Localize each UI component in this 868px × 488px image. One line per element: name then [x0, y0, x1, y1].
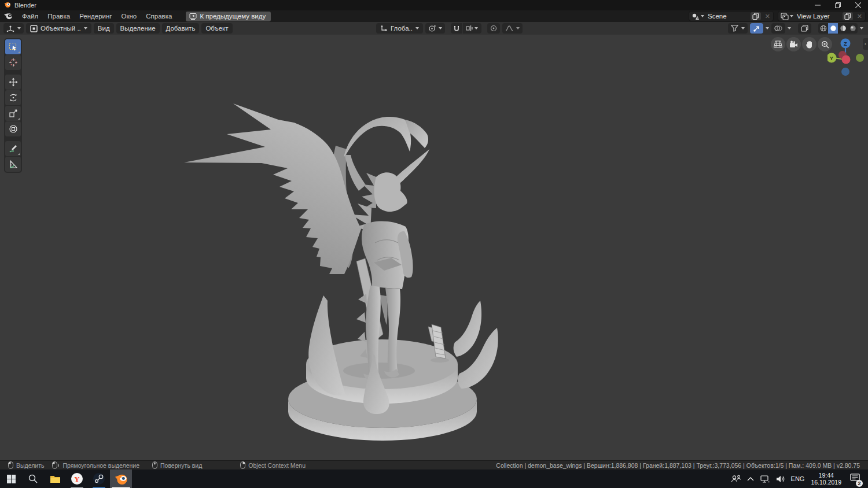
measure-tool[interactable]	[5, 157, 21, 172]
blender-window: Blender Файл Правка Рендеринг Окно Справ…	[0, 0, 868, 488]
action-center-button[interactable]: 2	[850, 474, 860, 485]
wing-arm[interactable]	[345, 155, 366, 191]
yandex-browser-icon: Y	[71, 472, 83, 485]
right-wing[interactable]	[344, 117, 411, 157]
snap-toggle[interactable]	[451, 23, 462, 34]
close-button[interactable]	[848, 0, 868, 10]
view-layer-selector[interactable]: View Layer ✕	[778, 11, 866, 21]
shading-wireframe-button[interactable]	[818, 23, 828, 34]
menu-add[interactable]: Добавить	[162, 23, 200, 34]
scene-icon	[692, 13, 700, 20]
show-gizmo-toggle[interactable]	[750, 23, 763, 34]
axis-navigation-gizmo[interactable]: Z Y	[827, 36, 865, 76]
scale-tool[interactable]	[5, 106, 21, 121]
menu-window[interactable]: Окно	[117, 12, 142, 21]
restore-button[interactable]	[827, 0, 848, 10]
steam-button[interactable]	[88, 469, 110, 488]
move-tool[interactable]	[5, 75, 21, 90]
shading-rendered-button[interactable]	[848, 23, 858, 34]
menu-view[interactable]: Вид	[94, 23, 114, 34]
overlays-icon	[774, 25, 782, 32]
shading-dropdown-chevron[interactable]	[860, 27, 863, 29]
file-explorer-button[interactable]	[44, 469, 66, 488]
pivot-point-dropdown[interactable]	[425, 23, 445, 34]
close-icon	[855, 2, 861, 8]
network-icon[interactable]	[760, 475, 770, 483]
mouse-left-drag-icon	[52, 461, 60, 469]
scene-name[interactable]: Scene	[705, 13, 751, 20]
tray-expand-chevron-icon[interactable]	[747, 477, 754, 481]
cursor-tool[interactable]	[5, 55, 21, 70]
xray-toggle[interactable]	[798, 23, 811, 34]
taskbar-search-button[interactable]	[22, 469, 44, 488]
title-bar: Blender	[0, 0, 868, 10]
shading-solid-button[interactable]	[828, 23, 838, 34]
object-visibility-filter-dropdown[interactable]	[728, 23, 748, 34]
material-shading-icon	[840, 25, 847, 32]
back-button-label: К предыдущему виду	[200, 13, 266, 20]
menu-render[interactable]: Рендеринг	[75, 12, 116, 21]
language-indicator[interactable]: ENG	[791, 475, 805, 482]
chevron-down-icon	[516, 27, 520, 29]
camera-view-button[interactable]	[786, 37, 801, 51]
mouse-right-click-icon	[240, 461, 245, 469]
rotate-icon	[9, 93, 18, 102]
volume-icon[interactable]	[776, 475, 785, 483]
menu-select[interactable]: Выделение	[116, 23, 160, 34]
remove-view-layer-button[interactable]: ✕	[854, 13, 865, 20]
gizmo-dropdown-chevron[interactable]	[766, 27, 769, 29]
view-layer-name[interactable]: View Layer	[795, 13, 843, 20]
shading-material-button[interactable]	[838, 23, 848, 34]
minimize-button[interactable]	[807, 0, 827, 10]
mode-label: Объектный ..	[41, 25, 81, 32]
notification-badge: 2	[856, 480, 863, 487]
transform-tool[interactable]	[5, 121, 21, 136]
scene-selector[interactable]: Scene ✕	[689, 11, 774, 21]
3d-model-demon-statue[interactable]	[0, 35, 868, 460]
hint-rotate-view: Повернуть вид	[152, 461, 202, 469]
transform-orientation-dropdown[interactable]: Глоба..	[376, 23, 423, 34]
left-wing[interactable]	[184, 103, 361, 274]
people-icon[interactable]	[731, 475, 741, 483]
status-bar: Выделить Прямоугольное выделение Поверну…	[0, 460, 868, 469]
snap-target-dropdown[interactable]	[463, 23, 481, 34]
chevron-down-icon	[84, 27, 87, 29]
editor-type-button[interactable]	[3, 23, 24, 34]
menu-edit[interactable]: Правка	[43, 12, 75, 21]
clock-date: 16.10.2019	[811, 479, 841, 486]
wireframe-shading-icon	[820, 25, 827, 32]
back-to-previous-view-button[interactable]: К предыдущему виду	[186, 12, 271, 21]
pan-view-button[interactable]	[802, 37, 816, 51]
blender-taskbar-button[interactable]	[110, 469, 132, 488]
taskbar-clock[interactable]: 19:44 16.10.2019	[811, 472, 841, 486]
annotate-tool[interactable]	[5, 141, 21, 156]
viewport-canvas[interactable]: Z Y ‹	[0, 35, 868, 460]
overlays-toggle[interactable]	[771, 23, 785, 34]
new-view-layer-button[interactable]	[843, 12, 853, 20]
toggle-perspective-button[interactable]	[771, 37, 785, 51]
chevron-down-icon	[741, 27, 745, 29]
rotate-tool[interactable]	[5, 90, 21, 105]
gizmo-arrow-icon	[753, 25, 760, 32]
mode-selector[interactable]: Объектный ..	[26, 23, 91, 34]
xray-icon	[801, 25, 808, 32]
hint-context-menu: Object Context Menu	[240, 461, 306, 469]
yandex-browser-button[interactable]: Y	[66, 469, 88, 488]
unlink-scene-button[interactable]: ✕	[762, 13, 773, 20]
proportional-editing-toggle[interactable]	[487, 23, 500, 34]
new-scene-button[interactable]	[751, 12, 761, 20]
menu-file[interactable]: Файл	[17, 12, 43, 21]
solid-shading-icon	[830, 25, 837, 32]
menu-object[interactable]: Объект	[201, 23, 232, 34]
transform-icon	[9, 124, 18, 134]
chevron-down-icon	[17, 27, 21, 29]
start-button[interactable]	[0, 469, 22, 488]
overlays-dropdown-chevron[interactable]	[788, 27, 791, 29]
sidebar-collapse-tab[interactable]: ‹	[863, 38, 868, 50]
proportional-falloff-dropdown[interactable]	[502, 23, 523, 34]
axis-z-neg-ball	[841, 68, 849, 76]
menu-help[interactable]: Справка	[141, 12, 176, 21]
top-menu-bar: Файл Правка Рендеринг Окно Справка К пре…	[0, 10, 868, 22]
clock-time: 19:44	[811, 472, 841, 479]
select-box-tool[interactable]	[5, 39, 21, 54]
